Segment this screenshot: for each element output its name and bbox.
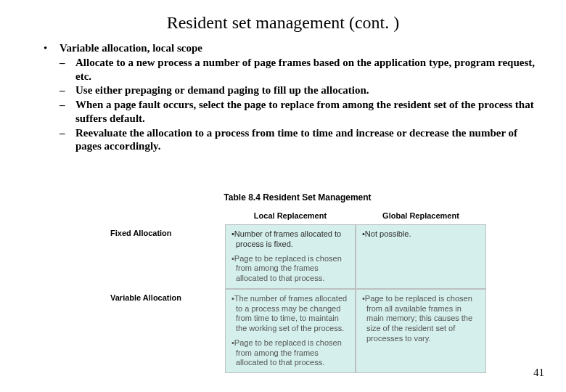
col-header-global: Global Replacement: [356, 210, 486, 224]
cell-variable-local: •The number of frames allocated to a pro…: [225, 289, 356, 373]
cell-text: •Not possible.: [362, 229, 480, 240]
cell-variable-global: •Page to be replaced is chosen from all …: [356, 289, 486, 373]
cell-fixed-local: •Number of frames allocated to process i…: [225, 224, 356, 289]
bullet-dot: •: [44, 41, 60, 55]
sub-item: – Use either prepaging or demand paging …: [60, 83, 537, 97]
sublist: – Allocate to a new process a number of …: [60, 56, 537, 153]
dash-icon: –: [60, 98, 75, 126]
sub-text: Use either prepaging or demand paging to…: [75, 83, 537, 97]
table-figure: Table 8.4 Resident Set Management Local …: [109, 192, 486, 373]
sub-item: – Reevaluate the allocation to a process…: [60, 126, 537, 154]
dash-icon: –: [60, 126, 75, 154]
col-header-blank: [109, 210, 225, 224]
cell-text: •Number of frames allocated to process i…: [231, 229, 349, 250]
sub-text: Reevaluate the allocation to a process f…: [75, 126, 537, 154]
cell-text: •Page to be replaced is chosen from amon…: [231, 254, 349, 284]
bullet-level1: • Variable allocation, local scope: [44, 41, 537, 55]
cell-fixed-global: •Not possible.: [356, 224, 486, 289]
sub-text: When a page fault occurs, select the pag…: [75, 98, 537, 126]
col-header-local: Local Replacement: [225, 210, 356, 224]
cell-text: •Page to be replaced is chosen from amon…: [231, 338, 349, 368]
cell-text: •Page to be replaced is chosen from all …: [362, 294, 480, 344]
bullet-heading: Variable allocation, local scope: [60, 41, 537, 55]
content-block: • Variable allocation, local scope – All…: [0, 38, 566, 153]
table: Local Replacement Global Replacement Fix…: [109, 210, 486, 373]
slide: Resident set management (cont. ) • Varia…: [0, 0, 566, 392]
dash-icon: –: [60, 56, 75, 83]
sub-text: Allocate to a new process a number of pa…: [75, 56, 537, 83]
row-label-fixed: Fixed Allocation: [109, 224, 225, 289]
sub-item: – Allocate to a new process a number of …: [60, 56, 537, 83]
row-label-variable: Variable Allocation: [109, 289, 225, 373]
table-caption: Table 8.4 Resident Set Management: [109, 192, 486, 203]
slide-title: Resident set management (cont. ): [0, 0, 566, 38]
cell-text: •The number of frames allocated to a pro…: [231, 294, 349, 334]
page-number: 41: [533, 367, 544, 379]
sub-item: – When a page fault occurs, select the p…: [60, 98, 537, 126]
dash-icon: –: [60, 83, 75, 97]
